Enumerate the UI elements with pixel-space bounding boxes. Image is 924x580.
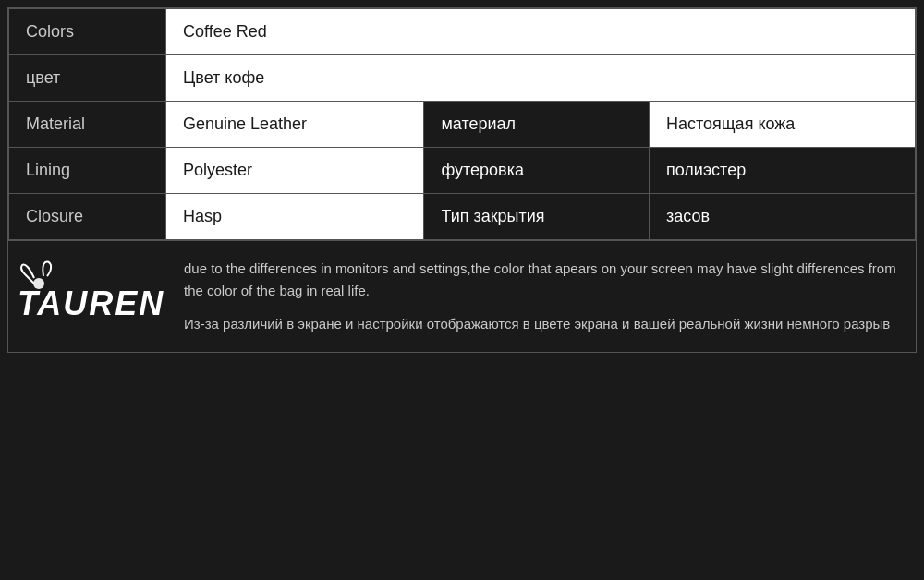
logo-area: TAUREN — [18, 258, 165, 331]
footer-section: TAUREN due to the differences in monitor… — [7, 241, 917, 353]
value-material-ru-label: материал — [424, 102, 650, 148]
label-tvet: цвет — [9, 55, 166, 102]
disclaimer-en: due to the differences in monitors and s… — [184, 258, 906, 302]
value-closure-ru-label: Тип закрытия — [424, 194, 650, 240]
disclaimer-section: due to the differences in monitors and s… — [184, 258, 906, 335]
product-table-wrapper: Colors Coffee Red цвет Цвет кофе Materia… — [7, 7, 917, 241]
table-row: Lining Polyester футеровка полиэстер — [9, 148, 916, 194]
label-lining: Lining — [9, 148, 166, 194]
tauren-logo-svg: TAUREN — [18, 258, 165, 322]
label-material: Material — [9, 102, 166, 148]
svg-text:TAUREN: TAUREN — [18, 284, 164, 322]
brand-logo: TAUREN — [18, 258, 165, 331]
value-colors: Coffee Red — [166, 9, 916, 55]
value-closure-ru: засов — [650, 194, 916, 240]
value-lining-ru-label: футеровка — [424, 148, 650, 194]
table-row: Colors Coffee Red — [9, 9, 916, 55]
value-closure-en: Hasp — [166, 194, 424, 240]
logo-icon: TAUREN — [18, 258, 165, 331]
table-row: Material Genuine Leather материал Настоя… — [9, 102, 916, 148]
value-lining-en: Polyester — [166, 148, 424, 194]
main-container: Colors Coffee Red цвет Цвет кофе Materia… — [0, 0, 924, 580]
label-colors: Colors — [9, 9, 166, 55]
value-tvet: Цвет кофе — [166, 55, 916, 102]
value-material-en: Genuine Leather — [166, 102, 424, 148]
value-material-ru: Настоящая кожа — [650, 102, 916, 148]
disclaimer-ru: Из-за различий в экране и настройки отоб… — [184, 313, 906, 335]
value-lining-ru: полиэстер — [650, 148, 916, 194]
product-table: Colors Coffee Red цвет Цвет кофе Materia… — [8, 8, 916, 240]
table-row: Closure Hasp Тип закрытия засов — [9, 194, 916, 240]
label-closure: Closure — [9, 194, 166, 240]
table-row: цвет Цвет кофе — [9, 55, 916, 102]
